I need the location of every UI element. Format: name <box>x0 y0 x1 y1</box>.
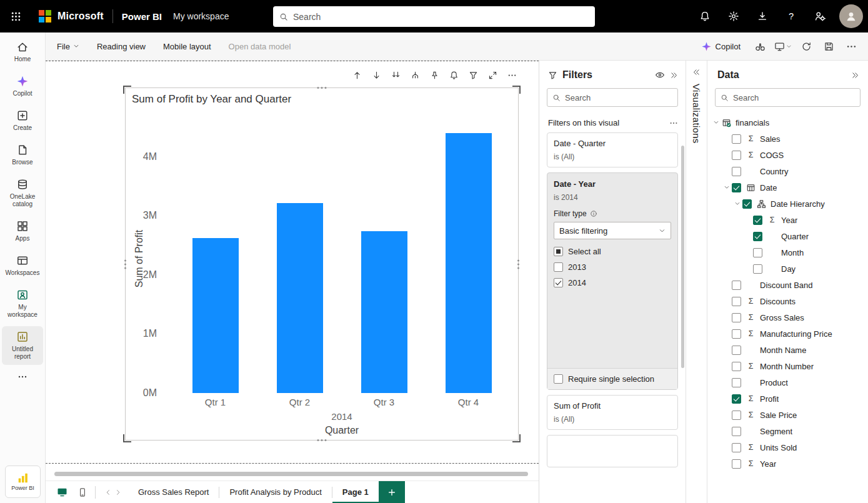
chevron-down-icon[interactable] <box>722 184 732 191</box>
resize-handle-top-left[interactable] <box>123 86 131 94</box>
ribbon-refresh-button[interactable] <box>796 36 817 56</box>
field-checkbox[interactable] <box>753 232 762 241</box>
sidebar-item-my-workspace[interactable]: My workspace <box>2 284 43 323</box>
filter-card[interactable]: Sum of Profitis (All) <box>547 395 678 430</box>
field-checkbox[interactable] <box>732 313 741 322</box>
field-row[interactable]: Country <box>707 163 868 179</box>
ribbon-item-reading-view[interactable]: Reading view <box>88 32 154 60</box>
nav-more-button[interactable] <box>17 372 27 384</box>
data-search-box[interactable] <box>715 88 861 107</box>
data-search-input[interactable] <box>733 93 855 102</box>
visual-toolbar-expand-tree-button[interactable] <box>409 69 421 81</box>
field-row[interactable]: ΣMonth Number <box>707 358 868 374</box>
more-options-icon[interactable] <box>669 119 678 127</box>
field-row[interactable]: ΣManufacturing Price <box>707 326 868 342</box>
field-row[interactable]: Product <box>707 374 868 391</box>
filter-card[interactable]: Date - Quarteris (All) <box>547 132 678 167</box>
visualizations-pane-collapsed[interactable]: Visualizations <box>686 61 707 503</box>
field-row[interactable]: ΣSale Price <box>707 407 868 423</box>
page-nav-prev-button[interactable] <box>103 489 113 496</box>
topbar-help-button[interactable]: ? <box>778 3 804 29</box>
report-canvas[interactable]: Sum of Profit by Year and Quarter Sum of… <box>46 61 539 481</box>
visual-toolbar-double-arrow-down-button[interactable] <box>390 69 401 81</box>
ribbon-save-button[interactable] <box>818 36 839 56</box>
ribbon-monitor-button[interactable] <box>772 36 794 56</box>
field-checkbox[interactable] <box>742 199 752 209</box>
workspace-name-label[interactable]: My workspace <box>173 11 229 21</box>
field-row[interactable]: ΣCOGS <box>707 147 868 163</box>
visual-toolbar-arrow-down-button[interactable] <box>371 69 382 81</box>
chart-bar[interactable] <box>192 238 239 393</box>
filter-card[interactable] <box>547 435 678 467</box>
page-tab-gross-sales-report[interactable]: Gross Sales Report <box>128 481 219 503</box>
field-row[interactable]: Quarter <box>707 228 868 244</box>
chevron-down-icon[interactable] <box>732 201 742 207</box>
ribbon-ellipsis-h-button[interactable] <box>841 36 862 56</box>
field-row[interactable]: financials <box>707 114 868 131</box>
field-checkbox[interactable] <box>753 248 762 257</box>
filter-card[interactable]: Date - Yearis 2014Filter typeBasic filte… <box>547 172 678 390</box>
visual-toolbar-bell-button[interactable] <box>448 69 459 81</box>
sidebar-item-onelake-catalog[interactable]: OneLake catalog <box>2 174 43 212</box>
visual-toolbar-focus-button[interactable] <box>487 69 498 81</box>
field-checkbox[interactable] <box>732 151 741 160</box>
profit-bar-chart-visual[interactable]: Sum of Profit by Year and Quarter Sum of… <box>125 87 519 441</box>
resize-handle-bottom-left[interactable] <box>123 434 131 442</box>
field-checkbox[interactable] <box>732 362 741 371</box>
drag-handle-bottom[interactable] <box>317 439 327 441</box>
canvas-horizontal-scrollbar[interactable] <box>54 472 528 476</box>
chart-bar[interactable] <box>361 231 407 393</box>
add-page-button[interactable] <box>379 481 405 503</box>
chart-bar[interactable] <box>277 203 323 393</box>
field-row[interactable]: Month Name <box>707 342 868 358</box>
filter-value-option[interactable]: 2014 <box>554 278 671 287</box>
filters-search-input[interactable] <box>565 93 672 102</box>
resize-handle-bottom-right[interactable] <box>512 434 521 442</box>
global-search-box[interactable] <box>273 6 595 27</box>
topbar-person-gear-button[interactable] <box>807 3 833 29</box>
filter-value-option[interactable]: Select all <box>554 247 671 256</box>
filters-search-box[interactable] <box>547 88 678 107</box>
account-avatar[interactable] <box>839 4 863 28</box>
field-checkbox[interactable] <box>732 443 741 452</box>
filter-type-dropdown[interactable]: Basic filtering <box>554 222 671 239</box>
field-row[interactable]: ΣUnits Sold <box>707 439 868 456</box>
field-checkbox[interactable] <box>732 297 741 306</box>
mobile-view-icon[interactable] <box>77 487 87 497</box>
expand-visualizations-pane-icon[interactable] <box>692 68 701 76</box>
sidebar-item-copilot[interactable]: Copilot <box>2 71 43 102</box>
filter-value-option[interactable]: 2013 <box>554 262 671 272</box>
chevron-down-icon[interactable] <box>711 119 721 126</box>
visual-toolbar-pin-button[interactable] <box>429 69 440 81</box>
checkbox[interactable] <box>554 278 563 287</box>
field-row[interactable]: Month <box>707 244 868 261</box>
field-checkbox[interactable] <box>732 394 741 404</box>
drag-handle-top[interactable] <box>317 87 327 89</box>
field-row[interactable]: ΣGross Sales <box>707 309 868 326</box>
field-row[interactable]: Date Hierarchy <box>707 196 868 212</box>
topbar-gear-button[interactable] <box>721 3 747 29</box>
page-tab-page-1[interactable]: Page 1 <box>332 481 379 503</box>
field-checkbox[interactable] <box>753 264 762 274</box>
field-row[interactable]: ΣDiscounts <box>707 293 868 309</box>
ribbon-item-file[interactable]: File <box>48 32 88 60</box>
field-checkbox[interactable] <box>732 459 741 469</box>
checkbox[interactable] <box>554 262 563 272</box>
topbar-bell-button[interactable] <box>692 3 718 29</box>
eye-icon[interactable] <box>655 70 665 80</box>
drag-handle-right[interactable] <box>517 259 519 269</box>
visual-toolbar-arrow-up-button[interactable] <box>351 69 362 81</box>
field-checkbox[interactable] <box>732 183 741 192</box>
field-checkbox[interactable] <box>732 411 741 420</box>
copilot-button[interactable]: Copilot <box>695 37 747 56</box>
field-row[interactable]: ΣSales <box>707 131 868 147</box>
field-row[interactable]: ΣProfit <box>707 391 868 407</box>
field-checkbox[interactable] <box>753 216 762 225</box>
field-row[interactable]: Day <box>707 261 868 277</box>
page-nav-next-button[interactable] <box>113 489 123 496</box>
field-row[interactable]: Discount Band <box>707 277 868 293</box>
sidebar-item-workspaces[interactable]: Workspaces <box>2 250 43 281</box>
field-checkbox[interactable] <box>732 346 741 355</box>
waffle-menu-button[interactable] <box>0 0 31 32</box>
field-checkbox[interactable] <box>732 427 741 436</box>
